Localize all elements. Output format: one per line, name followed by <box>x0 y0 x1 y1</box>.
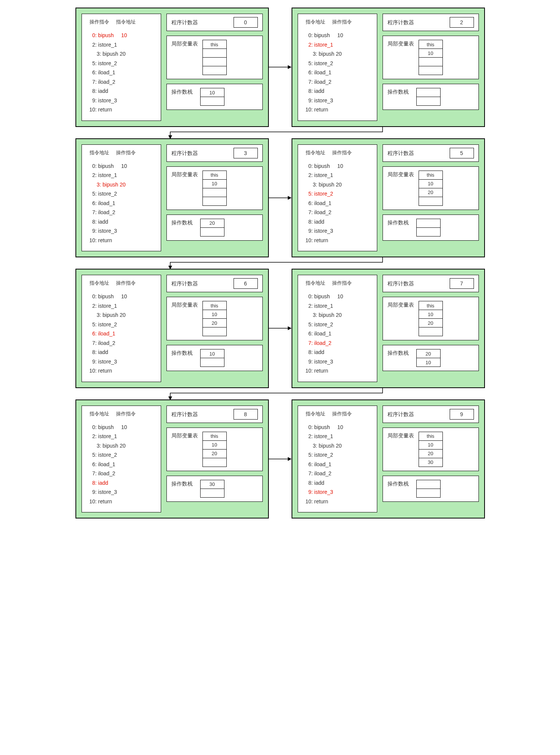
operand-stack-label: 操作数栈 <box>387 219 412 226</box>
instruction-line: 10: return <box>306 236 371 245</box>
svg-marker-1 <box>288 65 292 69</box>
instruction-line: 6: iload_1 <box>306 329 371 338</box>
operand-stack-cell: 10 <box>416 358 441 367</box>
instruction-line: 10: return <box>306 366 371 376</box>
instruction-line: 5: istore_2 <box>89 450 155 460</box>
instruction-line: 5: istore_2 <box>306 189 371 199</box>
program-counter-label: 程序计数器 <box>387 410 414 418</box>
instruction-header: 指令地址操作指令 <box>306 149 371 156</box>
local-variable-cell: 10 <box>419 49 443 58</box>
svg-marker-4 <box>288 196 292 200</box>
operand-stack-label: 操作数栈 <box>387 349 412 357</box>
local-variable-cell <box>202 66 227 75</box>
instruction-panel: 指令地址操作指令 0: bipush 10 2: istore_1 3: bip… <box>82 406 161 513</box>
local-variable-cell: 10 <box>419 310 443 319</box>
instruction-list: 0: bipush 10 2: istore_1 3: bipush 20 5:… <box>306 292 371 376</box>
instruction-line: 0: bipush 10 <box>306 292 371 301</box>
instruction-line: 10: return <box>89 105 155 114</box>
instruction-line: 5: istore_2 <box>89 320 155 329</box>
operand-stack-box: 操作数栈2010 <box>383 345 479 371</box>
instruction-header: 操作指令指令地址 <box>89 19 155 25</box>
operand-stack-cell <box>416 480 441 489</box>
instruction-header: 指令地址操作指令 <box>89 280 155 287</box>
instruction-header: 指令地址操作指令 <box>89 149 155 156</box>
instruction-line: 5: istore_2 <box>306 59 371 68</box>
instruction-line: 6: iload_1 <box>89 329 155 338</box>
header-address: 指令地址 <box>89 149 109 156</box>
local-variable-box: 局部变量表this <box>166 36 263 79</box>
instruction-line: 8: iadd <box>306 348 371 357</box>
instruction-header: 指令地址操作指令 <box>306 19 371 25</box>
local-variable-cell: this <box>202 301 227 310</box>
program-counter-value: 5 <box>450 148 474 158</box>
operand-stack-box: 操作数栈10 <box>166 84 263 110</box>
execution-frame: 指令地址操作指令 0: bipush 10 2: istore_1 3: bip… <box>292 8 485 127</box>
instruction-line: 2: istore_1 <box>89 301 155 311</box>
instruction-line: 8: iadd <box>306 86 371 96</box>
instruction-line: 7: iload_2 <box>306 338 371 348</box>
arrow-connector-icon <box>75 388 485 399</box>
instruction-line: 8: iadd <box>89 348 155 357</box>
program-counter-label: 程序计数器 <box>387 280 414 287</box>
local-variable-label: 局部变量表 <box>387 301 414 309</box>
operand-stack-box: 操作数栈 <box>383 215 479 241</box>
program-counter-box: 程序计数器2 <box>383 14 479 31</box>
instruction-list: 0: bipush 10 2: istore_1 3: bipush 20 5:… <box>306 31 371 114</box>
header-address: 指令地址 <box>306 410 325 417</box>
local-variable-cell <box>202 458 227 467</box>
program-counter-value: 0 <box>234 17 258 28</box>
operand-stack-cell <box>200 227 224 237</box>
operand-stack-cell <box>416 489 441 498</box>
instruction-line: 2: istore_1 <box>89 40 155 50</box>
operand-stack-label: 操作数栈 <box>171 349 196 357</box>
local-variable-cell: 10 <box>202 179 227 188</box>
header-operation: 操作指令 <box>332 149 352 156</box>
operand-stack-cell: 10 <box>200 349 224 358</box>
instruction-line: 0: bipush 10 <box>89 292 155 301</box>
instruction-line: 0: bipush 10 <box>306 161 371 171</box>
header-operation: 操作指令 <box>89 19 109 25</box>
local-variable-cell <box>202 327 227 336</box>
program-counter-label: 程序计数器 <box>171 410 198 418</box>
instruction-line: 0: bipush 10 <box>89 31 155 40</box>
header-address: 指令地址 <box>306 19 325 25</box>
instruction-list: 0: bipush 10 2: istore_1 3: bipush 20 5:… <box>89 31 155 114</box>
instruction-line: 10: return <box>89 236 155 245</box>
local-variable-cell <box>202 188 227 197</box>
instruction-line: 9: istore_3 <box>306 96 371 105</box>
operand-stack-cell <box>416 227 441 237</box>
instruction-line: 6: iload_1 <box>89 199 155 208</box>
instruction-header: 指令地址操作指令 <box>306 410 371 417</box>
instruction-header: 指令地址操作指令 <box>89 410 155 417</box>
program-counter-box: 程序计数器3 <box>166 144 263 162</box>
instruction-header: 指令地址操作指令 <box>306 280 371 287</box>
instruction-line: 8: iadd <box>89 478 155 488</box>
instruction-list: 0: bipush 10 2: istore_1 3: bipush 20 5:… <box>89 161 155 245</box>
instruction-line: 8: iadd <box>89 217 155 227</box>
instruction-line: 0: bipush 10 <box>89 161 155 171</box>
instruction-line: 3: bipush 20 <box>89 310 155 320</box>
program-counter-value: 6 <box>234 278 258 289</box>
operand-stack-box: 操作数栈 <box>383 84 479 110</box>
instruction-line: 7: iload_2 <box>306 469 371 478</box>
instruction-line: 5: istore_2 <box>306 450 371 460</box>
operand-stack-box: 操作数栈30 <box>166 476 263 502</box>
local-variable-cell: 10 <box>419 440 443 450</box>
local-variable-label: 局部变量表 <box>387 171 414 178</box>
operand-stack-cell: 20 <box>416 349 441 358</box>
operand-stack-cell: 20 <box>200 219 224 228</box>
header-operation: 操作指令 <box>332 410 352 417</box>
instruction-line: 7: iload_2 <box>306 77 371 87</box>
operand-stack-cell <box>416 219 441 228</box>
operand-stack-box: 操作数栈20 <box>166 215 263 241</box>
instruction-line: 0: bipush 10 <box>306 423 371 432</box>
local-variable-cell <box>419 57 443 66</box>
instruction-line: 2: istore_1 <box>306 301 371 311</box>
local-variable-cell: this <box>419 301 443 310</box>
instruction-line: 6: iload_1 <box>306 460 371 469</box>
local-variable-cell <box>202 197 227 206</box>
operand-stack-label: 操作数栈 <box>387 480 412 487</box>
instruction-panel: 指令地址操作指令 0: bipush 10 2: istore_1 3: bip… <box>82 144 161 252</box>
local-variable-cell: 20 <box>419 449 443 458</box>
program-counter-box: 程序计数器9 <box>383 406 479 423</box>
